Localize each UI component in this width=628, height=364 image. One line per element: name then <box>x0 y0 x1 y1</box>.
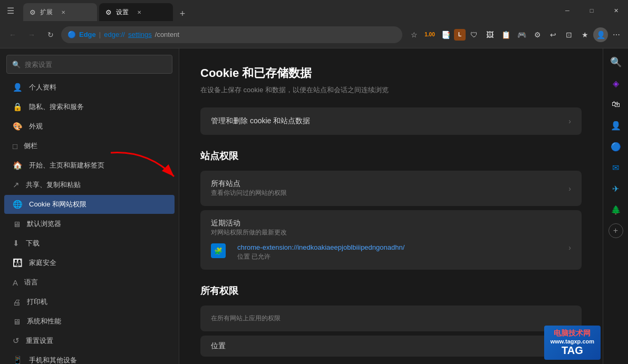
close-button[interactable]: ✕ <box>604 0 628 21</box>
location-card[interactable]: 位置 › <box>200 336 582 357</box>
sidebar-item-download[interactable]: ⬇ 下载 <box>4 234 175 253</box>
sidebar-item-default-label: 默认浏览器 <box>27 219 61 229</box>
score-icon[interactable]: 1.00 <box>422 27 437 42</box>
bing-edge-icon[interactable]: 🔵 <box>606 137 625 156</box>
readinglist-icon[interactable]: L <box>454 29 466 41</box>
share-icon: ↗ <box>13 180 20 190</box>
back-button[interactable]: ← <box>4 26 21 43</box>
sidebar-item-system[interactable]: 🖥 系统和性能 <box>4 312 175 331</box>
address-content: /content <box>155 31 179 38</box>
manage-cookies-label: 管理和删除 cookie 和站点数据 <box>211 116 562 126</box>
sidebar-item-family-label: 家庭安全 <box>29 258 56 268</box>
tab-settings-label: 设置 <box>116 8 129 17</box>
bing-shopping-icon[interactable]: 🛍 <box>606 95 625 114</box>
sidebar-item-system-label: 系统和性能 <box>27 317 61 326</box>
sidebar-item-printer[interactable]: 🖨 打印机 <box>4 292 175 311</box>
tab-settings[interactable]: ⚙ 设置 ✕ <box>99 3 173 21</box>
refresh-button[interactable]: ↻ <box>42 26 59 43</box>
fav-icon[interactable]: ★ <box>577 27 592 42</box>
bing-telegram-icon[interactable]: ✈ <box>606 179 625 198</box>
sidebar-item-reset[interactable]: ↺ 重置设置 <box>4 331 175 350</box>
bing-sidebar: 🔍 ◈ 🛍 👤 🔵 ✉ ✈ 🌲 + <box>603 48 628 364</box>
clip-icon[interactable]: 📋 <box>498 27 513 42</box>
sidebar-toggle[interactable]: ☰ <box>0 0 21 21</box>
cookie-icon: 🌐 <box>13 200 23 209</box>
extension-item[interactable]: 🧩 chrome-extension://inedkoakiaeepjoblbi… <box>211 243 571 261</box>
sidebar-item-default[interactable]: 🖥 默认浏览器 <box>4 214 175 233</box>
watermark-tag: TAG <box>562 345 583 357</box>
sidebar-item-appearance-label: 外观 <box>29 122 43 131</box>
sidebar-item-printer-label: 打印机 <box>27 297 47 307</box>
sidebar-item-mobile[interactable]: 📱 手机和其他设备 <box>4 351 175 364</box>
minimize-button[interactable]: ─ <box>555 0 579 21</box>
all-sites-label: 所有站点 <box>211 179 287 189</box>
bing-add-button[interactable]: + <box>608 223 623 238</box>
tab-extensions[interactable]: ⚙ 扩展 ✕ <box>23 3 97 21</box>
bing-app-icon[interactable]: 🌲 <box>606 200 625 219</box>
split-icon[interactable]: ⊡ <box>562 27 576 42</box>
watermark-site-name: 电脑技术网 <box>554 329 591 338</box>
feedback-icon[interactable]: ↩ <box>546 27 561 42</box>
content-area: Cookie 和已存储数据 在设备上保存 cookie 和数据，以便在站点和会话… <box>179 48 603 364</box>
sidebar-item-share[interactable]: ↗ 共享、复制和粘贴 <box>4 175 175 194</box>
recent-activity-card[interactable]: 近期活动 对网站权限所做的最新更改 🧩 chrome-extension://i… <box>200 210 582 270</box>
apps-icon[interactable]: ⚙ <box>530 27 545 42</box>
sidebar-item-newtab[interactable]: 🏠 开始、主页和新建标签页 <box>4 156 175 175</box>
manage-cookies-card[interactable]: 管理和删除 cookie 和站点数据 › <box>200 107 582 135</box>
address-bar[interactable]: 🔵 Edge | edge://settings/content <box>61 26 402 43</box>
sidebar-item-language[interactable]: A 语言 <box>4 273 175 292</box>
family-icon: 👨‍👩‍👧 <box>13 258 23 268</box>
bing-search-icon[interactable]: 🔍 <box>606 53 625 72</box>
extension-chevron: › <box>568 243 571 252</box>
sidebar-item-cookie[interactable]: 🌐 Cookie 和网站权限 <box>4 195 175 214</box>
collections-icon[interactable]: 📑 <box>438 27 453 42</box>
bing-outlook-icon[interactable]: ✉ <box>606 158 625 177</box>
tab-extensions-close[interactable]: ✕ <box>59 8 67 16</box>
search-input[interactable] <box>25 61 167 68</box>
wallet-icon[interactable]: 🖼 <box>482 27 497 42</box>
profile-icon[interactable]: 👤 <box>593 27 608 42</box>
sidebar-item-share-label: 共享、复制和粘贴 <box>26 180 81 190</box>
edge-logo-small: 🔵 <box>67 31 76 38</box>
games-icon[interactable]: 🎮 <box>514 27 529 42</box>
sidebar-icon: □ <box>13 142 17 151</box>
sidebar-item-privacy[interactable]: 🔒 隐私、搜索和服务 <box>4 97 175 116</box>
maximize-button[interactable]: □ <box>579 0 604 21</box>
recent-activity-sublabel: 对网站权限所做的最新更改 <box>211 228 287 237</box>
language-icon: A <box>13 278 18 287</box>
sidebar-item-sidebar-label: 侧栏 <box>24 141 37 151</box>
readinglist-label: L <box>458 32 461 37</box>
extension-status: 位置 已允许 <box>237 252 563 261</box>
star-icon[interactable]: ☆ <box>407 27 421 42</box>
profile-icon-sidebar: 👤 <box>13 83 23 92</box>
sidebar-item-profile[interactable]: 👤 个人资料 <box>4 78 175 97</box>
watermark: 电脑技术网 www.tagxp.com TAG <box>544 326 601 360</box>
watermark-url: www.tagxp.com <box>550 338 594 345</box>
bing-user-icon[interactable]: 👤 <box>606 116 625 135</box>
tab-settings-close[interactable]: ✕ <box>135 8 143 16</box>
all-sites-sublabel: 查看你访问过的网站的权限 <box>211 189 287 198</box>
sidebar-item-appearance[interactable]: 🎨 外观 <box>4 117 175 136</box>
sidebar-item-cookie-label: Cookie 和网站权限 <box>29 200 86 209</box>
bing-chat-icon[interactable]: ◈ <box>606 74 625 93</box>
sidebar-item-sidebar[interactable]: □ 侧栏 <box>4 136 175 155</box>
tab-extensions-label: 扩展 <box>40 8 53 17</box>
search-box[interactable]: 🔍 <box>6 55 172 74</box>
system-icon: 🖥 <box>13 317 21 326</box>
all-sites-card[interactable]: 所有站点 查看你访问过的网站的权限 › <box>200 171 582 206</box>
settings-sidebar: 🔍 👤 个人资料 🔒 隐私、搜索和服务 🎨 外观 □ 侧栏 🏠 开始、主页和新建… <box>0 48 179 364</box>
mobile-icon: 📱 <box>13 356 23 364</box>
new-tab-button[interactable]: + <box>175 6 190 21</box>
sidebar-item-download-label: 下载 <box>26 239 40 248</box>
tab-settings-icon: ⚙ <box>105 8 112 16</box>
extension-icon: 🧩 <box>211 243 226 258</box>
forward-button[interactable]: → <box>23 26 40 43</box>
address-separator: | <box>99 31 101 38</box>
guard-icon[interactable]: 🛡 <box>467 27 481 42</box>
address-edge-label: Edge <box>79 31 96 38</box>
more-icon[interactable]: ⋯ <box>609 27 624 42</box>
sidebar-item-family[interactable]: 👨‍👩‍👧 家庭安全 <box>4 253 175 272</box>
tab-extensions-icon: ⚙ <box>30 8 36 16</box>
address-protocol: edge:// <box>104 31 125 38</box>
all-permissions-card[interactable]: 在所有网站上应用的权限 <box>200 306 582 331</box>
